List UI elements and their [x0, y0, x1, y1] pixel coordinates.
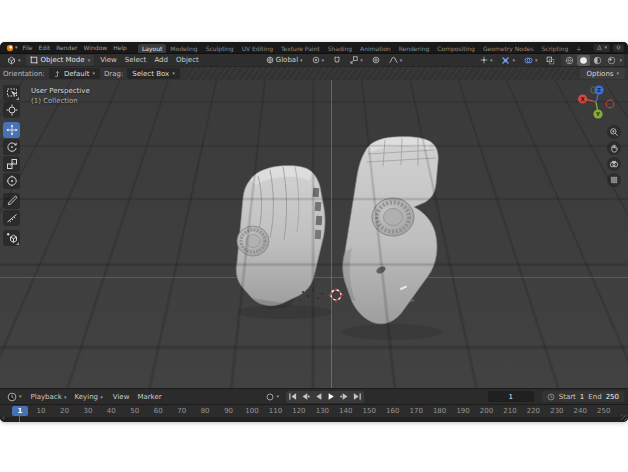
editor-type-selector[interactable]: ▾: [4, 55, 24, 66]
workspace-tab[interactable]: Shading: [324, 44, 356, 53]
end-frame-field[interactable]: 250: [606, 393, 619, 401]
proportional-falloff-selector[interactable]: ▾: [386, 55, 406, 66]
next-keyframe-button[interactable]: [338, 391, 351, 403]
shading-wireframe-button[interactable]: [563, 55, 576, 66]
play-button[interactable]: [325, 391, 338, 403]
tool-measure[interactable]: [3, 210, 20, 226]
ruler-frame-label: 230: [550, 407, 563, 415]
mode-selector[interactable]: Object Mode ▾: [26, 55, 95, 66]
workspace-tab[interactable]: Layout: [138, 44, 166, 53]
viewport-menu-item[interactable]: Add: [150, 56, 172, 64]
viewport-3d[interactable]: User Perspective (1) Collection: [0, 80, 628, 388]
mesh-object-left[interactable]: [236, 166, 325, 310]
orientation-globe-icon: [266, 56, 274, 64]
tool-annotate[interactable]: [3, 193, 20, 209]
timeline-menu-item[interactable]: Marker: [133, 393, 165, 401]
workspace-tab[interactable]: Texture Paint: [277, 44, 324, 53]
timeline-menu-item[interactable]: View: [109, 393, 134, 401]
tool-orientation-selector[interactable]: Default ▾: [49, 68, 100, 79]
gizmo-axis-x[interactable]: X: [578, 94, 587, 103]
timeline-header: ▾ Playback ▾Keying ▾ ViewMarker ▾: [0, 388, 628, 404]
view-layer-selector[interactable]: [613, 44, 624, 52]
workspace-tab[interactable]: Animation: [356, 44, 395, 53]
gizmos-toggle[interactable]: ▾: [498, 55, 518, 66]
pivot-point-selector[interactable]: ▾: [309, 55, 328, 66]
tool-move[interactable]: [3, 122, 20, 138]
magnet-icon: [333, 56, 341, 64]
playhead-frame-label: 1: [18, 407, 23, 415]
chevron-down-icon: ▾: [400, 58, 403, 63]
workspace-tab[interactable]: Sculpting: [202, 44, 238, 53]
tool-select-box[interactable]: [3, 85, 20, 101]
shading-material-button[interactable]: [591, 55, 604, 66]
navigation-gizmo[interactable]: Z X Y: [577, 83, 617, 123]
workspace-tab[interactable]: Geometry Nodes: [479, 44, 538, 53]
workspace-tab[interactable]: Rendering: [395, 44, 434, 53]
tool-add-cube[interactable]: [3, 230, 20, 246]
show-gizmo-selector[interactable]: ▾: [477, 55, 496, 66]
drag-mode-selector[interactable]: Select Box ▾: [127, 68, 179, 79]
viewport-menu-item[interactable]: View: [96, 56, 121, 64]
snap-settings-selector[interactable]: ▾: [347, 55, 366, 66]
gizmo-axis-y[interactable]: Y: [593, 109, 602, 118]
jump-to-start-button[interactable]: [286, 391, 299, 403]
end-label: End: [588, 393, 601, 401]
resize-handle[interactable]: [621, 415, 627, 421]
start-frame-field[interactable]: 1: [580, 393, 584, 401]
workspace-tab[interactable]: UV Editing: [238, 44, 277, 53]
drag-label: Drag:: [104, 70, 123, 78]
gizmo-z-label: Z: [597, 87, 601, 93]
timeline-tracks[interactable]: ›: [0, 417, 628, 422]
gizmo-axis-neg-x[interactable]: [606, 100, 614, 108]
material-sphere-icon: [593, 56, 602, 65]
ruler-frame-label: 80: [201, 407, 210, 415]
ruler-frame-label: 30: [83, 407, 92, 415]
workspace-tab[interactable]: Compositing: [433, 44, 479, 53]
tool-scale[interactable]: [3, 156, 20, 172]
app-menu-item[interactable]: File: [20, 42, 36, 53]
timeline-menu-item[interactable]: Keying ▾: [71, 393, 107, 401]
zoom-button[interactable]: [607, 125, 621, 139]
app-menu-item[interactable]: Render: [53, 42, 80, 53]
tool-rotate[interactable]: [3, 139, 20, 155]
overlays-toggle[interactable]: ▾: [521, 55, 541, 66]
app-menu-item[interactable]: Edit: [36, 42, 54, 53]
transform-orientation-selector[interactable]: Global ▾: [263, 55, 306, 66]
shading-rendered-button[interactable]: [605, 55, 618, 66]
mesh-object-right[interactable]: [343, 137, 438, 324]
blender-logo-icon[interactable]: ▾: [4, 42, 20, 53]
viewport-menu-item[interactable]: Select: [121, 56, 151, 64]
ruler-frame-label: 240: [574, 407, 587, 415]
viewport-header-right: ▾ ▾ ▾: [477, 54, 624, 66]
timeline-menu-item[interactable]: Playback ▾: [27, 393, 71, 401]
expand-channels-icon[interactable]: ›: [2, 415, 5, 421]
gizmo-axis-z[interactable]: Z: [594, 85, 603, 94]
timeline-area[interactable]: 1020304050607080901001101201301401501601…: [0, 404, 628, 422]
scene-selector[interactable]: ▾: [594, 44, 610, 52]
mode-label: Object Mode: [41, 56, 85, 64]
auto-keying-toggle[interactable]: [265, 392, 275, 402]
snap-toggle[interactable]: [330, 55, 344, 66]
tool-transform[interactable]: [3, 173, 20, 189]
current-frame-field[interactable]: 1: [488, 391, 534, 402]
workspace-tab[interactable]: Scripting: [538, 44, 573, 53]
options-dropdown[interactable]: Options ▾: [580, 68, 625, 79]
play-reverse-button[interactable]: [312, 391, 325, 403]
workspace-tab[interactable]: +: [572, 44, 585, 53]
proportional-editing-icon: [372, 56, 380, 64]
proportional-editing-toggle[interactable]: [369, 55, 383, 66]
timeline-editor-selector[interactable]: ▾: [4, 391, 25, 402]
tool-cursor[interactable]: [3, 102, 20, 118]
shading-solid-button[interactable]: [577, 55, 590, 66]
workspace-tab[interactable]: Modeling: [166, 44, 201, 53]
jump-to-end-button[interactable]: [351, 391, 364, 403]
perspective-toggle-button[interactable]: [607, 173, 621, 187]
previous-keyframe-button[interactable]: [299, 391, 312, 403]
viewport-menu-item[interactable]: Object: [172, 56, 203, 64]
xray-toggle[interactable]: [543, 55, 558, 66]
app-menu-item[interactable]: Help: [110, 42, 130, 53]
camera-view-button[interactable]: [607, 157, 621, 171]
app-menu-item[interactable]: Window: [81, 42, 111, 53]
playhead[interactable]: 1: [12, 406, 28, 416]
pan-button[interactable]: [607, 141, 621, 155]
